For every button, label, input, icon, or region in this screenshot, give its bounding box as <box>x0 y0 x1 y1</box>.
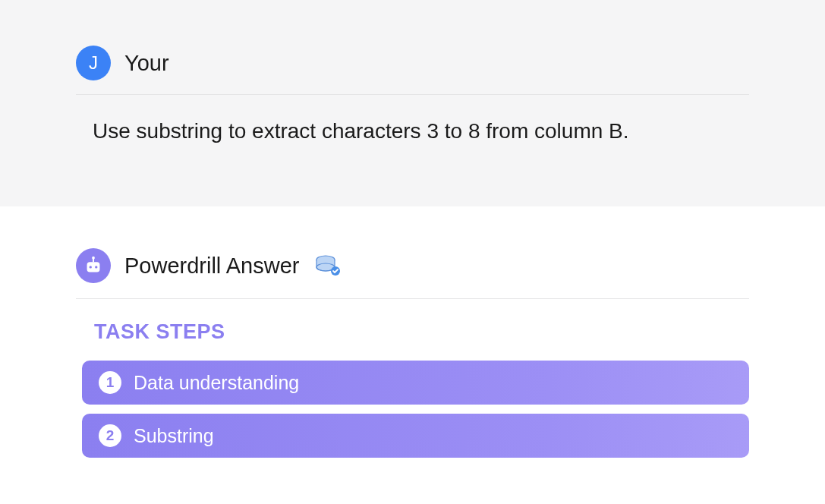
task-steps-header: TASK STEPS <box>94 320 749 344</box>
answer-section: Powerdrill Answer TASK STEPS 1 Data unde… <box>0 206 825 473</box>
avatar-letter: J <box>89 52 98 74</box>
bot-avatar <box>76 248 111 283</box>
steps-list: 1 Data understanding 2 Substring <box>76 361 749 458</box>
user-avatar: J <box>76 46 111 80</box>
svg-point-4 <box>92 257 95 260</box>
user-section: J Your Use substring to extract characte… <box>0 0 825 206</box>
step-label: Substring <box>134 425 214 447</box>
svg-point-1 <box>90 266 92 268</box>
svg-point-2 <box>95 266 97 268</box>
user-message: Use substring to extract characters 3 to… <box>76 116 749 146</box>
user-header: J Your <box>76 46 749 80</box>
answer-header: Powerdrill Answer <box>76 248 749 283</box>
step-label: Data understanding <box>134 372 299 394</box>
step-item-data-understanding[interactable]: 1 Data understanding <box>82 361 749 405</box>
step-number: 1 <box>99 371 121 394</box>
svg-rect-0 <box>87 263 100 272</box>
step-number: 2 <box>99 424 121 447</box>
divider <box>76 94 749 95</box>
user-name: Your <box>124 51 169 76</box>
step-item-substring[interactable]: 2 Substring <box>82 414 749 458</box>
robot-icon <box>82 254 105 277</box>
divider <box>76 298 749 299</box>
database-icon <box>314 254 343 277</box>
answer-title: Powerdrill Answer <box>124 254 299 279</box>
